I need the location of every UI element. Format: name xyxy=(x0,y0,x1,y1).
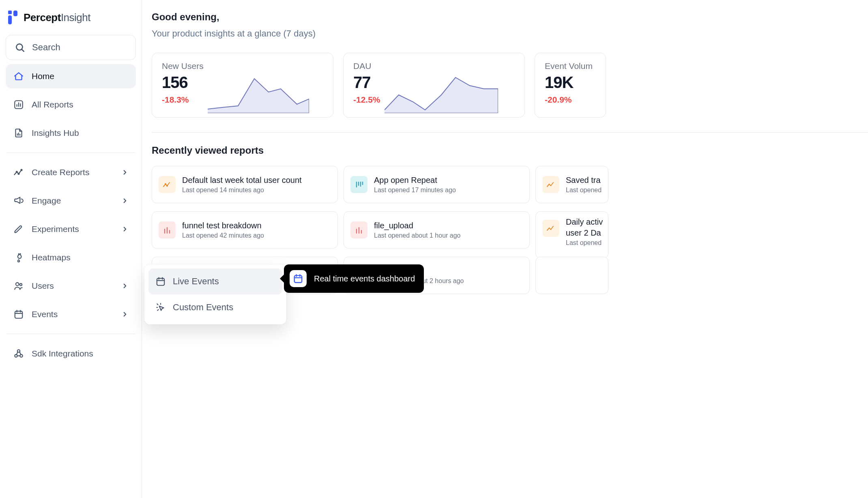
report-card[interactable]: Daily activ user 2 Da Last opened xyxy=(535,211,608,258)
report-card[interactable]: file_upload Last opened about 1 hour ago xyxy=(344,211,530,249)
stats-row: New Users 156 -18.3% DAU 77 -12.5% xyxy=(152,53,868,118)
report-title: Default last week total user count xyxy=(182,176,302,185)
svg-rect-2 xyxy=(8,15,12,24)
svg-point-15 xyxy=(167,185,168,186)
report-card[interactable]: Saved tra Last opened xyxy=(535,166,608,203)
report-title: funnel test breakdown xyxy=(182,221,264,230)
report-title: Daily activ xyxy=(566,217,603,227)
chevron-right-icon xyxy=(121,197,129,204)
report-sub: Last opened xyxy=(566,187,602,194)
columns-icon xyxy=(350,176,367,193)
svg-point-9 xyxy=(20,283,22,285)
svg-point-6 xyxy=(18,173,19,174)
submenu-item-label: Live Events xyxy=(173,276,219,287)
svg-point-5 xyxy=(16,171,17,172)
home-icon xyxy=(13,71,24,82)
search-input[interactable]: Search xyxy=(6,35,136,60)
calendar-icon xyxy=(13,309,24,320)
stat-delta: -20.9% xyxy=(545,95,593,105)
svg-rect-0 xyxy=(8,11,12,14)
webhook-icon xyxy=(13,348,24,359)
sidebar-item-events[interactable]: Events xyxy=(6,302,136,326)
sidebar-item-label: Experiments xyxy=(32,224,79,234)
sparkline-chart xyxy=(380,61,516,113)
sidebar-item-label: Users xyxy=(32,281,54,291)
trend-icon xyxy=(13,167,24,178)
logo-mark-icon xyxy=(8,11,19,24)
page-greeting: Good evening, xyxy=(152,11,868,23)
svg-point-14 xyxy=(165,184,166,185)
report-sub: Last opened 17 minutes ago xyxy=(374,187,456,194)
bar-chart-icon xyxy=(159,221,176,238)
doc-chart-icon xyxy=(13,127,24,139)
sidebar: PerceptInsight Search Home xyxy=(0,0,142,498)
submenu-item-custom-events[interactable]: Custom Events xyxy=(148,294,282,320)
submenu-item-live-events[interactable]: Live Events xyxy=(148,268,282,294)
tooltip-label: Real time events dashboard xyxy=(314,274,415,283)
page-subtitle: Your product insights at a glance (7 day… xyxy=(152,28,868,39)
sidebar-item-insights-hub[interactable]: Insights Hub xyxy=(6,121,136,145)
svg-rect-1 xyxy=(13,11,17,16)
sidebar-item-engage[interactable]: Engage xyxy=(6,189,136,213)
svg-rect-10 xyxy=(15,311,22,318)
sidebar-item-experiments[interactable]: Experiments xyxy=(6,217,136,241)
report-sub: Last opened about 1 hour ago xyxy=(374,232,461,239)
main-content: Good evening, Your product insights at a… xyxy=(142,0,868,498)
svg-point-7 xyxy=(21,170,22,171)
brand-logo[interactable]: PerceptInsight xyxy=(6,9,136,31)
sidebar-item-home[interactable]: Home xyxy=(6,64,136,88)
trend-icon xyxy=(542,176,559,193)
section-title-recent-reports: Recently viewed reports xyxy=(152,145,868,156)
cursor-click-icon xyxy=(155,302,166,313)
bar-chart-icon xyxy=(350,221,367,238)
search-placeholder: Search xyxy=(32,42,60,53)
report-title-line2: user 2 Da xyxy=(566,228,603,238)
chevron-right-icon xyxy=(121,282,129,290)
stat-card-event-volume[interactable]: Event Volum 19K -20.9% xyxy=(535,53,606,118)
sidebar-item-label: Engage xyxy=(32,196,61,206)
events-submenu-popover: Live Events Custom Events xyxy=(144,264,286,324)
stat-value: 19K xyxy=(545,73,593,92)
search-icon xyxy=(14,42,26,53)
stat-value: 77 xyxy=(353,73,380,92)
sidebar-item-label: Create Reports xyxy=(32,167,89,177)
chevron-right-icon xyxy=(121,225,129,233)
stat-value: 156 xyxy=(162,73,204,92)
submenu-item-label: Custom Events xyxy=(173,302,233,313)
trend-icon xyxy=(159,176,176,193)
stat-delta: -18.3% xyxy=(162,95,204,105)
sidebar-item-label: Sdk Integrations xyxy=(32,349,93,358)
report-card-empty[interactable] xyxy=(535,257,608,294)
sidebar-item-heatmaps[interactable]: Heatmaps xyxy=(6,245,136,270)
report-card[interactable]: App open Repeat Last opened 17 minutes a… xyxy=(344,166,530,203)
report-card[interactable]: funnel test breakdown Last opened 42 min… xyxy=(152,211,338,249)
svg-point-8 xyxy=(16,283,19,286)
stat-card-new-users[interactable]: New Users 156 -18.3% xyxy=(152,53,333,118)
stat-card-dau[interactable]: DAU 77 -12.5% xyxy=(343,53,525,118)
svg-rect-17 xyxy=(294,275,302,282)
report-title: App open Repeat xyxy=(374,176,456,185)
chevron-right-icon xyxy=(121,169,129,176)
report-card[interactable]: Default last week total user count Last … xyxy=(152,166,338,203)
brand-title: PerceptInsight xyxy=(24,11,90,24)
sidebar-item-sdk-integrations[interactable]: Sdk Integrations xyxy=(6,341,136,366)
sidebar-item-create-reports[interactable]: Create Reports xyxy=(6,160,136,185)
report-title: Saved tra xyxy=(566,176,602,185)
sidebar-item-label: All Reports xyxy=(32,100,73,109)
svg-rect-16 xyxy=(157,278,164,285)
stat-label: New Users xyxy=(162,61,204,71)
stat-delta: -12.5% xyxy=(353,95,380,105)
flame-icon xyxy=(13,252,24,263)
megaphone-icon xyxy=(13,195,24,206)
sidebar-item-label: Events xyxy=(32,309,58,319)
chevron-right-icon xyxy=(121,311,129,318)
report-sub: Last opened 14 minutes ago xyxy=(182,187,302,194)
users-icon xyxy=(13,280,24,292)
sidebar-item-all-reports[interactable]: All Reports xyxy=(6,92,136,117)
report-title: file_upload xyxy=(374,221,461,230)
sidebar-item-label: Insights Hub xyxy=(32,128,79,138)
tooltip-live-events: Real time events dashboard xyxy=(284,264,424,293)
sparkline-chart xyxy=(204,61,324,113)
pencil-icon xyxy=(13,223,24,235)
sidebar-item-users[interactable]: Users xyxy=(6,274,136,298)
